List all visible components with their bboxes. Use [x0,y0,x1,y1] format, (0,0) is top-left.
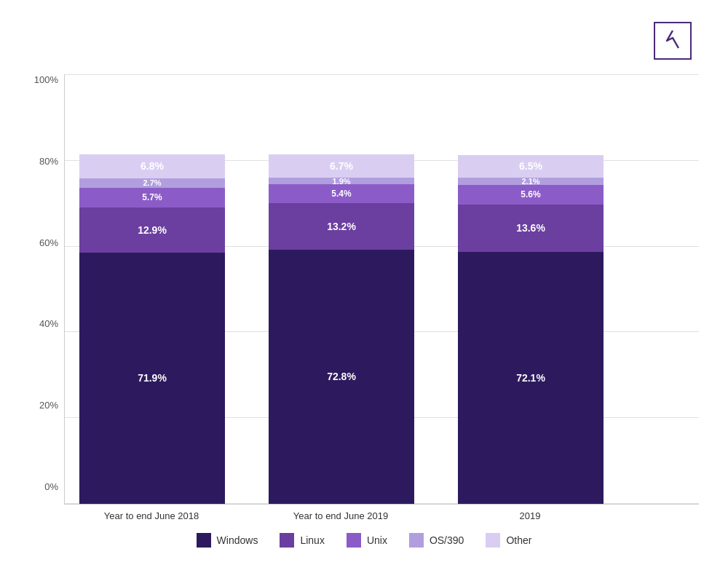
bar-segment-unix: 5.7% [79,188,225,208]
bar-group: 71.9%12.9%5.7%2.7%6.8% [79,154,225,504]
bar-segment-linux: 13.6% [458,205,604,252]
grid-line [65,74,699,75]
x-label: Year to end June 2019 [268,510,414,521]
y-axis-label: 40% [29,318,64,329]
bar-group: 72.1%13.6%5.6%2.1%6.5% [458,154,604,504]
legend-label-linux: Linux [300,534,324,546]
bars-container: 71.9%12.9%5.7%2.7%6.8%72.8%13.2%5.4%1.9%… [64,74,699,505]
legend-item-os390: OS/390 [409,533,464,548]
legend-label-windows: Windows [217,534,258,546]
bar-segment-unix: 5.4% [269,184,414,203]
bar-segment-os390: 2.1% [458,178,604,185]
stacked-bar: 72.1%13.6%5.6%2.1%6.5% [458,154,604,504]
header [29,22,699,60]
bar-segment-other: 6.8% [79,154,225,178]
legend-item-other: Other [486,533,531,548]
y-axis-label: 80% [29,156,64,167]
x-label: Year to end June 2018 [79,510,224,521]
legend-swatch-linux [280,533,294,548]
legend-swatch-os390 [409,533,424,548]
bar-group: 72.8%13.2%5.4%1.9%6.7% [269,154,414,504]
legend-label-unix: Unix [367,534,387,546]
legend-label-other: Other [506,534,531,546]
bar-segment-windows: 72.8% [269,250,414,504]
legend-item-windows: Windows [197,533,258,548]
chart-area: 0%20%40%60%80%100% 71.9%12.9%5.7%2.7%6.8… [29,74,699,521]
bar-segment-linux: 12.9% [79,208,225,253]
bar-segment-other: 6.5% [458,155,604,178]
y-axis-label: 0% [29,481,64,492]
bar-segment-linux: 13.2% [269,203,414,249]
bar-segment-windows: 71.9% [79,253,225,504]
bar-segment-os390: 2.7% [79,178,225,188]
logo-icon [660,28,686,54]
y-axis-label: 20% [29,400,64,411]
page: 0%20%40%60%80%100% 71.9%12.9%5.7%2.7%6.8… [0,0,728,565]
x-label: 2019 [457,510,603,521]
logo-box [654,22,692,60]
y-axis-label: 100% [29,74,64,85]
stacked-bar: 72.8%13.2%5.4%1.9%6.7% [269,154,414,504]
legend: WindowsLinuxUnixOS/390Other [29,533,699,550]
legend-swatch-unix [347,533,361,548]
y-axis-label: 60% [29,237,64,248]
stacked-bar: 71.9%12.9%5.7%2.7%6.8% [79,154,225,504]
legend-item-unix: Unix [347,533,387,548]
legend-swatch-other [486,533,500,548]
x-labels: Year to end June 2018Year to end June 20… [64,505,699,521]
legend-item-linux: Linux [280,533,324,548]
logo-area [654,22,699,60]
bar-segment-os390: 1.9% [269,178,414,184]
bar-segment-unix: 5.6% [458,185,604,205]
chart-content: 71.9%12.9%5.7%2.7%6.8%72.8%13.2%5.4%1.9%… [64,74,699,521]
legend-swatch-windows [197,533,211,548]
bar-segment-windows: 72.1% [458,252,604,504]
y-axis: 0%20%40%60%80%100% [29,74,64,521]
legend-label-os390: OS/390 [430,534,464,546]
bar-segment-other: 6.7% [269,154,414,178]
